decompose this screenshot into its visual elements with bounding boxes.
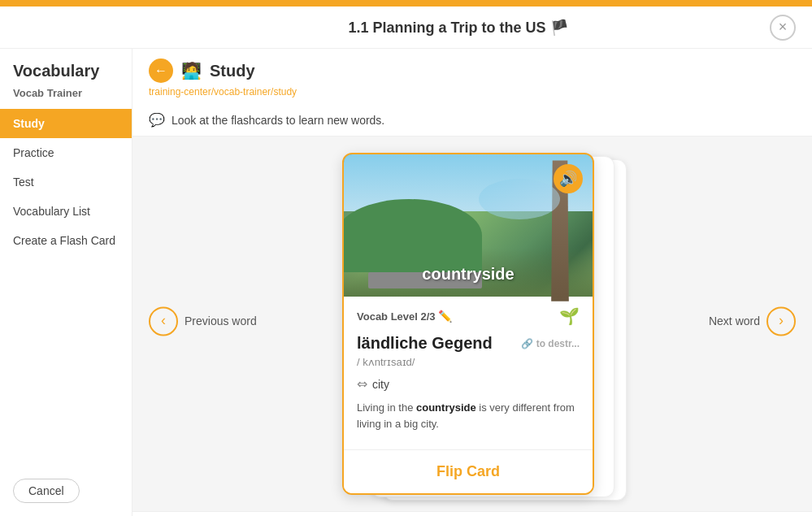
study-title: Study — [210, 62, 255, 80]
antonym-row: ⇔ city — [357, 376, 580, 392]
card-body: Vocab Level 2/3 ✏️ 🌱 ländliche Gegend 🔗 … — [344, 297, 593, 441]
card-english-word: countryside — [422, 265, 514, 284]
prev-arrow-icon: ‹ — [149, 306, 178, 336]
arrows-icon: ⇔ — [357, 376, 367, 392]
close-icon: × — [779, 19, 788, 36]
progress-section: Progress 4/11 Vocab — [132, 511, 812, 516]
sidebar-item-practice[interactable]: Practice — [0, 138, 132, 167]
content-area: ← 🧑‍💻 Study training-center/vocab-traine… — [132, 49, 812, 516]
back-button[interactable]: ← — [149, 59, 173, 83]
antonym-word: city — [372, 378, 389, 391]
link-icon: 🔗 — [521, 338, 533, 349]
sound-button[interactable]: 🔊 — [554, 164, 583, 193]
vocab-level-row: Vocab Level 2/3 ✏️ 🌱 — [357, 306, 580, 326]
word-main-row: ländliche Gegend 🔗 to destr... — [357, 334, 580, 353]
card-stack: 🔊 countryside Vocab Level 2/3 ✏️ 🌱 — [342, 153, 602, 495]
top-orange-bar — [0, 0, 812, 7]
vocab-level: Vocab Level 2/3 ✏️ — [357, 310, 452, 323]
vocab-level-label: Vocab Level — [357, 310, 418, 323]
study-header: ← 🧑‍💻 Study training-center/vocab-traine… — [132, 49, 812, 137]
study-title-row: ← 🧑‍💻 Study — [149, 59, 796, 83]
plant-icon: 🌱 — [559, 306, 580, 326]
flashcard: 🔊 countryside Vocab Level 2/3 ✏️ 🌱 — [342, 153, 594, 495]
prev-word-label: Previous word — [185, 314, 257, 327]
sidebar-item-test[interactable]: Test — [0, 167, 132, 197]
sidebar: Vocabulary Vocab Trainer Study Practice … — [0, 49, 132, 516]
sidebar-footer: Cancel — [0, 466, 132, 516]
german-word: ländliche Gegend — [357, 334, 493, 353]
example-bold-word: countryside — [416, 401, 476, 414]
person-icon: 🧑‍💻 — [181, 61, 202, 80]
previous-word-button[interactable]: ‹ Previous word — [149, 306, 257, 336]
lesson-title-text: 1.1 Planning a Trip to the US — [348, 20, 545, 36]
to-destr: 🔗 to destr... — [521, 338, 580, 349]
flashcard-area: ‹ Previous word 🔊 countryside — [132, 137, 812, 511]
chat-icon: 💬 — [149, 112, 165, 128]
example-sentence: Living in the countryside is very differ… — [357, 400, 580, 431]
to-destr-text: to destr... — [536, 338, 580, 349]
instruction-row: 💬 Look at the flashcards to learn new wo… — [149, 104, 796, 136]
breadcrumb: training-center/vocab-trainer/study — [149, 86, 796, 104]
flag-icon: 🏴 — [550, 20, 568, 36]
instruction-text: Look at the flashcards to learn new word… — [172, 114, 384, 127]
phonetic: / kʌntrɪsaɪd/ — [357, 356, 580, 368]
main-layout: Vocabulary Vocab Trainer Study Practice … — [0, 49, 812, 516]
cancel-button[interactable]: Cancel — [13, 479, 80, 503]
header: 1.1 Planning a Trip to the US 🏴 × — [0, 7, 812, 49]
header-lesson-title: 1.1 Planning a Trip to the US 🏴 — [146, 19, 770, 37]
next-arrow-icon: › — [766, 306, 796, 336]
next-word-button[interactable]: Next word › — [709, 306, 796, 336]
sidebar-item-study[interactable]: Study — [0, 109, 132, 138]
card-image: 🔊 countryside — [344, 154, 593, 297]
edit-icon[interactable]: ✏️ — [438, 310, 452, 323]
sidebar-item-create-flash-card[interactable]: Create a Flash Card — [0, 226, 132, 255]
close-button[interactable]: × — [770, 15, 796, 41]
sidebar-section-title: Vocab Trainer — [0, 84, 132, 109]
vocab-level-value: 2/3 — [421, 310, 436, 323]
app-title: Vocabulary — [0, 49, 132, 84]
hill — [342, 199, 482, 272]
flip-card-button[interactable]: Flip Card — [344, 449, 593, 493]
next-word-label: Next word — [709, 314, 760, 327]
sidebar-item-vocabulary-list[interactable]: Vocabulary List — [0, 197, 132, 226]
